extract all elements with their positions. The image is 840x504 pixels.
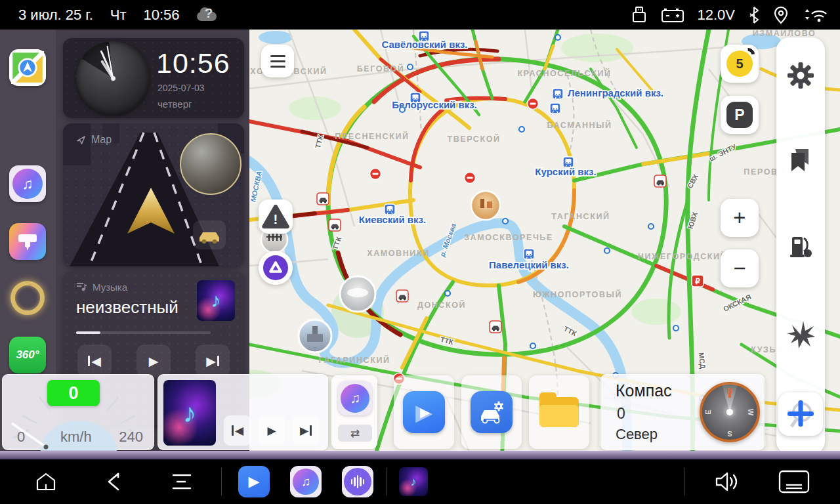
menu-lines-icon [172,473,192,490]
track-title: неизвестный [76,297,178,318]
compass-title: Компас [616,381,672,400]
landmark-photo-stadium[interactable] [340,276,375,312]
digital-clock-time: 10:56 [156,47,230,79]
sidebar-item-music[interactable]: ♫ [9,165,46,202]
laser-events-button[interactable] [786,320,816,352]
svg-text:Ленинградский вкз.: Ленинградский вкз. [568,87,663,98]
settings-button[interactable] [786,61,815,93]
compass-widget[interactable]: Компас 0 Север N E S W [600,374,765,450]
analog-clock [76,41,150,115]
locate-me-button[interactable] [778,392,823,436]
parking-button[interactable]: P [721,96,759,134]
now-playing-thumbnail[interactable]: ♪ [398,459,429,504]
usb-icon [631,5,648,25]
back-button[interactable] [97,459,129,504]
car-settings-app-tile[interactable] [461,375,522,449]
music-app-shortcut[interactable]: ♫ [290,459,322,504]
next-button[interactable]: ▶ [196,345,230,377]
svg-text:Павелецкий вкз.: Павелецкий вкз. [489,259,569,270]
prev-button[interactable]: ◀ [77,345,112,377]
album-art: ♪ [197,280,235,321]
next-button[interactable]: ▶ [292,415,320,446]
video-app-tile[interactable]: ▶▶ [394,375,454,449]
fuel-stations-button[interactable] [787,233,814,263]
svg-text:ГАГАРИНСКИЙ: ГАГАРИНСКИЙ [318,355,390,365]
head-unit-screen: 3 июл. 25 г. Чт 10:56 ? 12.0V [0,0,840,504]
nav-divider [221,468,222,495]
video-app-shortcut[interactable]: ▶ [238,459,270,504]
voltage-label: 12.0V [698,7,736,24]
report-road-event-button[interactable]: ! [259,200,293,234]
svg-text:ПРЕСНЕНСКИЙ: ПРЕСНЕНСКИЙ [335,131,409,141]
play-button[interactable]: ▶ [136,345,171,377]
yandex-maps-icon [11,51,44,84]
prev-button[interactable]: ◀ [224,415,251,446]
recents-button[interactable] [166,459,198,504]
album-art: ♪ [163,380,216,446]
map-widget[interactable]: Map [63,123,244,266]
music-widget-label: Музыка [93,282,127,293]
play-button[interactable]: ▶ [258,415,285,446]
home-icon [35,472,56,492]
paint-brush-icon [16,230,39,253]
locate-plus-icon [784,398,818,430]
car-settings-icon [477,399,506,425]
file-manager-app-tile[interactable] [529,375,589,449]
svg-text:₽: ₽ [695,277,700,286]
svg-text:ЗАМОСКВОРЕЧЬЕ: ЗАМОСКВОРЕЧЬЕ [464,233,553,242]
svg-text:КРАСНОСЕЛЬСКИЙ: КРАСНОСЕЛЬСКИЙ [517,68,611,78]
sidebar-item-ring[interactable] [10,281,45,315]
clock-widget[interactable]: 10:56 2025-07-03 четверг [63,38,244,118]
digital-clock-date: 2025-07-03 [158,83,205,93]
svg-text:НИЖЕГОРОДСКИЙ: НИЖЕГОРОДСКИЙ [638,251,727,261]
landmark-photo-kremlin[interactable] [471,191,500,220]
map-widget-label: Map [91,134,112,146]
playback-mode-button[interactable]: ⇄ [338,425,372,442]
bluetooth-icon [748,6,760,24]
volume-button[interactable] [707,459,743,504]
zoom-in-button[interactable]: + [721,199,759,237]
display-button[interactable] [774,459,814,504]
gear-icon [786,61,815,90]
sidebar-item-navigator[interactable] [9,49,46,86]
speed-min-label: 0 [17,429,25,446]
compass-direction: Север [616,426,658,443]
zoom-out-button[interactable]: − [721,249,759,287]
status-bar: 3 июл. 25 г. Чт 10:56 ? 12.0V [0,0,840,30]
play-app-icon: ▶▶ [415,401,432,423]
battery-icon [661,6,684,24]
music-app-icon[interactable]: ♫ [338,381,372,415]
svg-text:МОСКВА: МОСКВА [249,170,263,202]
voice-app-shortcut[interactable] [342,459,373,504]
svg-text:Киевский вкз.: Киевский вкз. [359,214,426,225]
bookmarks-button[interactable] [788,148,814,175]
speedometer-widget[interactable]: 0 0 km/h 240 [2,374,154,450]
sidebar-item-360[interactable]: 360° [9,337,46,373]
overlay-edge-divider [0,451,840,459]
waveform-icon [344,468,371,495]
media-source-tile[interactable]: ♫ ⇄ [331,375,377,449]
weather-unknown-icon: ? [197,7,219,24]
svg-text:ТВЕРСКОЙ: ТВЕРСКОЙ [447,134,500,144]
traffic-level-button[interactable]: 5 [721,45,759,83]
back-icon [104,472,121,492]
music-bar-widget[interactable]: ♪ ◀ ▶ ▶ [158,374,328,450]
svg-text:БЕГОВОЙ: БЕГОВОЙ [357,64,405,74]
nav-divider [684,468,685,495]
svg-text:ДОНСКОЙ: ДОНСКОЙ [417,300,466,310]
wifi-icon [802,6,828,24]
alice-icon [263,255,288,280]
nav-arrow-icon [76,135,86,145]
map-menu-button[interactable] [261,45,294,77]
music-note-icon: ♫ [12,169,43,199]
landmark-photo-msu[interactable] [299,320,331,352]
alice-voice-button[interactable] [259,251,293,285]
home-button[interactable] [30,459,62,504]
fuel-pump-icon [787,233,814,261]
status-weekday: Чт [110,7,127,24]
track-progress[interactable] [76,331,211,334]
sidebar-item-theme[interactable] [9,223,46,260]
speed-max-label: 240 [119,429,143,446]
svg-text:МСД: МСД [698,352,707,369]
speed-unit-label: km/h [60,429,92,446]
